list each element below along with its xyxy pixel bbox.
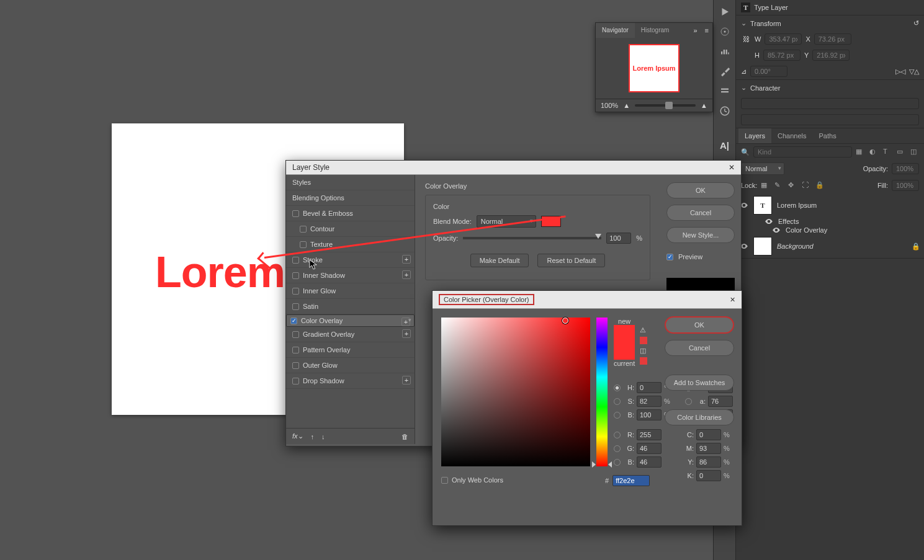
radio-s[interactable] <box>614 398 621 405</box>
filter-image-icon[interactable]: ▦ <box>856 148 864 156</box>
radio-r[interactable] <box>614 432 621 438</box>
effect-color-overlay[interactable]: Color Overlay <box>736 226 924 234</box>
clock-icon[interactable] <box>719 105 730 117</box>
fx-texture[interactable]: Texture <box>286 237 415 252</box>
fx-outer-glow[interactable]: Outer Glow <box>286 358 415 373</box>
opacity-slider[interactable] <box>463 237 601 239</box>
blend-mode-select[interactable]: Normal <box>741 162 784 175</box>
brush-icon[interactable] <box>719 66 730 77</box>
k-field[interactable] <box>696 470 721 481</box>
up-icon[interactable]: ↑ <box>311 433 315 440</box>
cancel-button[interactable]: Cancel <box>666 205 735 221</box>
play-icon[interactable] <box>719 6 730 17</box>
font-family-field[interactable] <box>741 98 919 109</box>
filter-smart-icon[interactable]: ◫ <box>910 148 919 156</box>
zoom-in-icon[interactable]: ▲ <box>701 102 707 109</box>
color-swatch[interactable] <box>541 216 561 227</box>
styles-header[interactable]: Styles <box>286 175 415 190</box>
fx-blending[interactable]: Blending Options <box>286 190 415 206</box>
panel-options-icon[interactable]: ≡ <box>701 23 712 38</box>
r-field[interactable] <box>637 429 662 440</box>
g-field[interactable] <box>637 443 662 454</box>
tab-layers[interactable]: Layers <box>738 128 771 143</box>
make-default-button[interactable]: Make Default <box>470 254 529 267</box>
s-field[interactable] <box>637 396 662 407</box>
search-icon[interactable]: 🔍 <box>741 148 750 156</box>
target-icon[interactable] <box>719 26 730 37</box>
flip-v-icon[interactable]: ▽△ <box>909 68 919 76</box>
filter-adjust-icon[interactable]: ◐ <box>869 148 878 156</box>
trash-icon[interactable]: 🗑 <box>401 433 408 440</box>
type-tool-icon[interactable]: A| <box>720 140 729 151</box>
tab-navigator[interactable]: Navigator <box>596 23 635 38</box>
new-style-button[interactable]: New Style... <box>666 227 735 243</box>
eye-icon[interactable] <box>772 226 781 234</box>
panel-menu-icon[interactable]: » <box>689 23 701 38</box>
fx-color-overlay[interactable]: Color Overlay+ <box>286 314 415 327</box>
ok-button[interactable]: OK <box>666 182 735 198</box>
x-field[interactable] <box>814 33 851 45</box>
reset-icon[interactable]: ↺ <box>913 19 919 27</box>
down-icon[interactable]: ↓ <box>321 433 325 440</box>
eye-icon[interactable] <box>765 217 773 226</box>
only-web-checkbox[interactable] <box>441 477 448 484</box>
layer-row-text[interactable]: T Lorem Ipsum <box>736 193 924 217</box>
zoom-value[interactable]: 100% <box>601 102 618 109</box>
kind-filter[interactable] <box>753 146 852 158</box>
sv-marker[interactable] <box>562 318 568 324</box>
ok-button[interactable]: OK <box>665 316 734 334</box>
plus-icon[interactable]: + <box>401 318 410 326</box>
m-field[interactable] <box>696 443 721 454</box>
dialog-titlebar[interactable]: Layer Style ✕ <box>286 161 741 175</box>
radio-b2[interactable] <box>614 459 621 466</box>
fill-field[interactable] <box>892 180 919 191</box>
radio-h[interactable] <box>614 384 621 391</box>
c-field[interactable] <box>696 429 721 440</box>
opacity-field[interactable] <box>892 163 919 174</box>
close-icon[interactable]: ✕ <box>729 163 735 172</box>
character-header[interactable]: ⌄ Character <box>736 80 924 96</box>
saturation-value-field[interactable] <box>441 318 590 466</box>
zoom-out-icon[interactable]: ▲ <box>623 102 630 109</box>
navigator-thumb[interactable]: Lorem Ipsum <box>629 44 680 92</box>
gamut-swatch[interactable] <box>640 337 647 344</box>
lock-trans-icon[interactable]: ▦ <box>761 181 769 190</box>
width-field[interactable] <box>765 33 802 45</box>
blend-mode-select[interactable]: Normal <box>477 215 536 228</box>
color-libraries-button[interactable]: Color Libraries <box>665 409 734 425</box>
preview-checkbox[interactable] <box>666 254 673 260</box>
lock-paint-icon[interactable]: ✎ <box>774 181 783 190</box>
radio-b[interactable] <box>614 412 621 419</box>
dialog-titlebar[interactable]: Color Picker (Overlay Color) ✕ <box>433 291 742 309</box>
lock-all-icon[interactable]: 🔒 <box>815 181 824 190</box>
height-field[interactable] <box>763 50 801 61</box>
filter-shape-icon[interactable]: ▭ <box>897 148 905 156</box>
lock-nest-icon[interactable]: ⛶ <box>802 181 810 190</box>
tab-histogram[interactable]: Histogram <box>635 23 676 38</box>
adjust-icon[interactable] <box>719 86 730 97</box>
y2-field[interactable] <box>696 456 721 468</box>
y-field[interactable] <box>812 50 850 61</box>
effects-row[interactable]: Effects <box>736 217 924 226</box>
reset-default-button[interactable]: Reset to Default <box>537 254 605 267</box>
transform-header[interactable]: ⌄ Transform ↺ <box>736 16 924 31</box>
angle-field[interactable] <box>750 66 787 77</box>
cube-icon[interactable]: ◫ <box>640 347 647 355</box>
lock-pos-icon[interactable]: ✥ <box>788 181 797 190</box>
plus-icon[interactable]: + <box>402 329 411 338</box>
plus-icon[interactable]: + <box>402 255 411 264</box>
layer-row-bg[interactable]: Background 🔒 <box>736 234 924 258</box>
fx-contour[interactable]: Contour <box>286 221 415 237</box>
close-icon[interactable]: ✕ <box>730 296 735 304</box>
fx-add-icon[interactable]: fx⌄ <box>292 432 303 440</box>
filter-type-icon[interactable]: T <box>883 148 892 156</box>
websafe-swatch[interactable] <box>640 357 647 365</box>
add-swatches-button[interactable]: Add to Swatches <box>665 375 734 391</box>
plus-icon[interactable]: + <box>402 376 411 384</box>
cancel-button[interactable]: Cancel <box>665 340 734 356</box>
fx-drop-shadow[interactable]: Drop Shadow+ <box>286 373 415 389</box>
b-field[interactable] <box>637 409 662 420</box>
hex-field[interactable] <box>612 475 650 486</box>
fx-satin[interactable]: Satin <box>286 299 415 314</box>
fx-inner-glow[interactable]: Inner Glow <box>286 283 415 299</box>
